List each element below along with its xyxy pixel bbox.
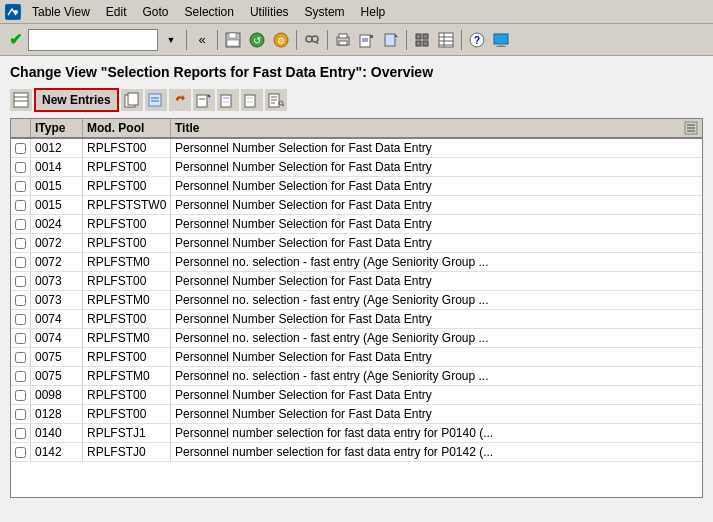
table-row[interactable]: 0074 RPLFST00 Personnel Number Selection… <box>11 310 702 329</box>
row-checkbox[interactable] <box>11 291 31 309</box>
table-row[interactable]: 0073 RPLFSTM0 Personnel no. selection - … <box>11 291 702 310</box>
refresh-button[interactable]: ↺ <box>246 29 268 51</box>
nav-back-button[interactable]: « <box>191 29 213 51</box>
menu-edit[interactable]: Edit <box>102 4 131 20</box>
main-content: Change View "Selection Reports for Fast … <box>0 56 713 522</box>
row-title: Personnel Number Selection for Fast Data… <box>171 386 702 404</box>
checkbox-input[interactable] <box>15 371 26 382</box>
table-row[interactable]: 0128 RPLFST00 Personnel Number Selection… <box>11 405 702 424</box>
checkbox-input[interactable] <box>15 314 26 325</box>
row-checkbox[interactable] <box>11 310 31 328</box>
checkbox-input[interactable] <box>15 428 26 439</box>
row-checkbox[interactable] <box>11 329 31 347</box>
checkbox-input[interactable] <box>15 200 26 211</box>
print-button[interactable] <box>332 29 354 51</box>
table-row[interactable]: 0075 RPLFSTM0 Personnel no. selection - … <box>11 367 702 386</box>
row-itype: 0015 <box>31 196 83 214</box>
menu-utilities[interactable]: Utilities <box>246 4 293 20</box>
checkbox-input[interactable] <box>15 162 26 173</box>
checkbox-input[interactable] <box>15 390 26 401</box>
deselect-icon-btn[interactable] <box>241 89 263 111</box>
export-button[interactable] <box>356 29 378 51</box>
row-itype: 0128 <box>31 405 83 423</box>
checkbox-input[interactable] <box>15 276 26 287</box>
row-checkbox[interactable] <box>11 405 31 423</box>
table-row[interactable]: 0012 RPLFST00 Personnel Number Selection… <box>11 139 702 158</box>
row-checkbox[interactable] <box>11 272 31 290</box>
svg-rect-3 <box>229 33 236 38</box>
row-modpool: RPLFST00 <box>83 215 171 233</box>
copy-icon-btn[interactable] <box>121 89 143 111</box>
table-row[interactable]: 0074 RPLFSTM0 Personnel no. selection - … <box>11 329 702 348</box>
help-button[interactable]: ? <box>466 29 488 51</box>
checkbox-input[interactable] <box>15 257 26 268</box>
table-row[interactable]: 0072 RPLFST00 Personnel Number Selection… <box>11 234 702 253</box>
copy2-icon-btn[interactable] <box>145 89 167 111</box>
table-icon-btn[interactable] <box>10 89 32 111</box>
checkbox-input[interactable] <box>15 219 26 230</box>
svg-line-12 <box>317 41 319 44</box>
row-checkbox[interactable] <box>11 253 31 271</box>
undo-icon-btn[interactable] <box>169 89 191 111</box>
move-icon-btn[interactable] <box>193 89 215 111</box>
checkbox-input[interactable] <box>15 333 26 344</box>
row-checkbox[interactable] <box>11 158 31 176</box>
checkbox-input[interactable] <box>15 447 26 458</box>
row-title: Personnel no. selection - fast entry (Ag… <box>171 253 702 271</box>
dropdown-arrow[interactable]: ▼ <box>160 29 182 51</box>
checkbox-input[interactable] <box>15 409 26 420</box>
row-checkbox[interactable] <box>11 367 31 385</box>
table-row[interactable]: 0015 RPLFST00 Personnel Number Selection… <box>11 177 702 196</box>
row-checkbox[interactable] <box>11 443 31 461</box>
new-entries-button[interactable]: New Entries <box>34 88 119 112</box>
table-row[interactable]: 0098 RPLFST00 Personnel Number Selection… <box>11 386 702 405</box>
row-modpool: RPLFST00 <box>83 405 171 423</box>
row-checkbox[interactable] <box>11 348 31 366</box>
row-modpool: RPLFST00 <box>83 139 171 157</box>
config-button[interactable] <box>411 29 433 51</box>
menu-table-view[interactable]: Table View <box>28 4 94 20</box>
table-row[interactable]: 0075 RPLFST00 Personnel Number Selection… <box>11 348 702 367</box>
menu-goto[interactable]: Goto <box>139 4 173 20</box>
search-button[interactable] <box>301 29 323 51</box>
details-icon-btn[interactable] <box>265 89 287 111</box>
row-title: Personnel Number Selection for Fast Data… <box>171 139 702 157</box>
monitor-button[interactable] <box>490 29 512 51</box>
command-field[interactable] <box>28 29 158 51</box>
row-checkbox[interactable] <box>11 215 31 233</box>
table-row[interactable]: 0072 RPLFSTM0 Personnel no. selection - … <box>11 253 702 272</box>
svg-rect-34 <box>494 34 508 44</box>
row-checkbox[interactable] <box>11 386 31 404</box>
checkbox-input[interactable] <box>15 295 26 306</box>
row-checkbox[interactable] <box>11 177 31 195</box>
select-icon-btn[interactable] <box>217 89 239 111</box>
menu-selection[interactable]: Selection <box>181 4 238 20</box>
settings-button[interactable]: ⚙ <box>270 29 292 51</box>
checkbox-input[interactable] <box>15 238 26 249</box>
row-title: Personnel Number Selection for Fast Data… <box>171 177 702 195</box>
menu-help[interactable]: Help <box>357 4 390 20</box>
menu-system[interactable]: System <box>301 4 349 20</box>
table-row[interactable]: 0073 RPLFST00 Personnel Number Selection… <box>11 272 702 291</box>
checkbox-input[interactable] <box>15 352 26 363</box>
row-itype: 0074 <box>31 329 83 347</box>
svg-text:↺: ↺ <box>253 35 261 46</box>
table-row[interactable]: 0014 RPLFST00 Personnel Number Selection… <box>11 158 702 177</box>
table-row[interactable]: 0142 RPLFSTJ0 Personnel number selection… <box>11 443 702 462</box>
row-checkbox[interactable] <box>11 196 31 214</box>
save-button[interactable] <box>222 29 244 51</box>
checkbox-input[interactable] <box>15 143 26 154</box>
confirm-button[interactable]: ✔ <box>4 29 26 51</box>
sap-icon <box>5 4 21 20</box>
column-settings-icon[interactable] <box>684 121 698 135</box>
layout-button[interactable] <box>435 29 457 51</box>
import-button[interactable] <box>380 29 402 51</box>
checkbox-input[interactable] <box>15 181 26 192</box>
svg-rect-50 <box>223 101 229 103</box>
row-checkbox[interactable] <box>11 424 31 442</box>
table-row[interactable]: 0024 RPLFST00 Personnel Number Selection… <box>11 215 702 234</box>
row-checkbox[interactable] <box>11 139 31 157</box>
table-row[interactable]: 0015 RPLFSTSTW0 Personnel Number Selecti… <box>11 196 702 215</box>
table-row[interactable]: 0140 RPLFSTJ1 Personnel number selection… <box>11 424 702 443</box>
row-checkbox[interactable] <box>11 234 31 252</box>
